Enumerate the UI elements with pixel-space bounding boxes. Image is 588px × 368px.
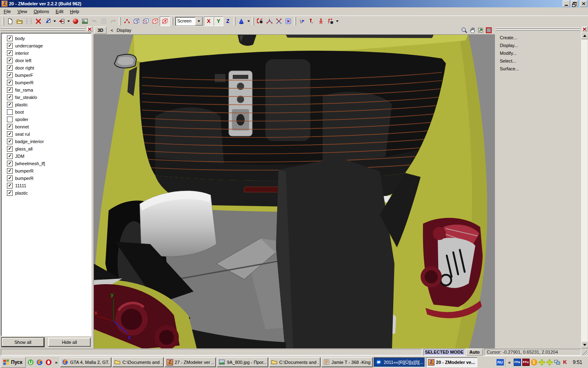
layer-label[interactable]: plastic xyxy=(15,191,28,195)
layer-label[interactable]: plastic xyxy=(15,102,28,107)
grid-snap-icon[interactable] xyxy=(283,17,293,26)
layer-label[interactable]: door right xyxy=(15,65,34,70)
pan-hand-icon[interactable] xyxy=(469,27,476,34)
layer-label[interactable]: interior xyxy=(15,51,29,56)
taskbar-task-winamp[interactable]: Jamie T - 368 -King... xyxy=(321,357,373,367)
redo-icon[interactable] xyxy=(108,17,118,26)
layer-label[interactable]: glass_all xyxy=(15,146,33,151)
layer-row[interactable]: badge_interior xyxy=(1,138,91,145)
layer-checkbox[interactable] xyxy=(7,161,13,166)
import-icon[interactable] xyxy=(43,17,52,26)
layer-row[interactable]: glass_all xyxy=(1,145,91,153)
start-button[interactable]: Пуск xyxy=(1,357,26,368)
commands-panel-close-button[interactable] xyxy=(582,27,587,32)
breadcrumb-back[interactable]: < xyxy=(111,28,113,33)
layer-checkbox[interactable] xyxy=(7,80,13,85)
axis-y-button[interactable]: Y xyxy=(214,16,223,26)
layer-label[interactable]: boot xyxy=(15,110,24,114)
new-file-icon[interactable] xyxy=(5,17,15,26)
delete-icon[interactable] xyxy=(33,17,43,26)
layer-label[interactable]: seat rul xyxy=(15,132,30,137)
background-scene-icon[interactable] xyxy=(80,17,89,26)
menu-modify[interactable]: Modify... xyxy=(497,50,579,58)
layer-row[interactable]: far_steaklo xyxy=(1,94,91,101)
menu-file[interactable]: File xyxy=(0,8,14,15)
3d-canvas[interactable]: y x z xyxy=(94,35,495,349)
layer-checkbox[interactable] xyxy=(7,94,13,100)
layer-label[interactable]: bumperR xyxy=(15,80,33,85)
taskbar-task-image-viewer[interactable]: 9A_800.jpg - Прог... xyxy=(217,357,268,367)
layer-checkbox[interactable] xyxy=(7,168,13,174)
edges-mode-icon[interactable] xyxy=(131,17,141,26)
layer-row[interactable]: 11111 xyxy=(1,182,91,189)
scroll-down-button[interactable] xyxy=(581,341,588,348)
toolbar-grip[interactable] xyxy=(294,17,296,25)
ff-red-tray-icon[interactable]: FFu xyxy=(522,359,530,366)
quick-launch-overflow[interactable]: » xyxy=(53,360,59,365)
layer-label[interactable]: JDM xyxy=(15,154,24,159)
toolbar-grip[interactable] xyxy=(171,17,173,25)
layer-row[interactable]: door right xyxy=(1,64,91,72)
layer-row[interactable]: bumperR xyxy=(1,79,91,86)
layer-label[interactable]: door left xyxy=(15,58,31,63)
export-menu-arrow[interactable] xyxy=(66,17,71,26)
opera-icon[interactable] xyxy=(45,358,53,366)
taskbar-task-messenger[interactable]: 2011««[R][Û][ş][İ][... xyxy=(374,357,425,367)
layer-checkbox[interactable] xyxy=(7,131,13,137)
break-vertices-icon[interactable] xyxy=(274,17,283,26)
layer-label[interactable]: bumperR xyxy=(15,176,33,181)
layer-row[interactable]: undercarriage xyxy=(1,42,91,49)
layer-checkbox[interactable] xyxy=(7,190,13,196)
zoom-tool-icon[interactable] xyxy=(461,27,468,34)
toolbar-grip[interactable] xyxy=(2,17,4,25)
undo-history-icon[interactable] xyxy=(99,17,108,26)
network-tray-icon[interactable] xyxy=(554,359,561,366)
menu-help[interactable]: Help xyxy=(67,8,82,15)
resize-grip[interactable] xyxy=(582,349,587,355)
layer-row[interactable]: plastic xyxy=(1,189,91,197)
layer-label[interactable]: [wheelmesh_lf] xyxy=(15,161,45,166)
taskbar-task-explorer1[interactable]: C:\Documents and ... xyxy=(112,357,164,367)
axis-x-button[interactable]: X xyxy=(204,16,214,26)
open-file-icon[interactable] xyxy=(15,17,24,26)
menu-edit[interactable]: Edit xyxy=(52,8,67,15)
language-indicator[interactable]: RU xyxy=(497,359,504,366)
layers-panel-close-button[interactable] xyxy=(87,27,92,32)
layer-label[interactable]: body xyxy=(15,36,25,41)
layer-row[interactable]: plastic xyxy=(1,101,91,108)
show-all-button[interactable]: Show all xyxy=(2,338,44,347)
toolbar-grip[interactable] xyxy=(119,17,121,25)
layer-checkbox[interactable] xyxy=(7,58,13,63)
menu-select[interactable]: Select... xyxy=(497,58,579,65)
modify-tool-icon[interactable] xyxy=(297,17,307,26)
firefox-icon[interactable] xyxy=(36,358,44,366)
menu-surface[interactable]: Surface... xyxy=(497,65,579,73)
weld-vertices-icon[interactable] xyxy=(265,17,274,26)
scroll-up-button[interactable] xyxy=(581,32,588,39)
taskbar-task-zmodeler20[interactable]: Z 20 - ZModeler ve... xyxy=(426,357,477,367)
bones-mode-icon[interactable] xyxy=(316,17,325,26)
layer-label[interactable]: undercarriage xyxy=(15,43,43,48)
layer-checkbox[interactable] xyxy=(7,183,13,188)
layer-row[interactable]: bumperR xyxy=(1,167,91,175)
layer-label[interactable]: bonnet xyxy=(15,124,29,129)
snap-magnet-icon[interactable] xyxy=(255,17,265,26)
layer-checkbox[interactable] xyxy=(7,102,13,108)
layer-row[interactable]: seat rul xyxy=(1,130,91,138)
vertices-mode-icon[interactable] xyxy=(122,17,131,26)
layer-checkbox[interactable] xyxy=(7,153,13,159)
export-icon[interactable] xyxy=(57,17,66,26)
hide-all-button[interactable]: Hide all xyxy=(48,338,91,347)
minimize-button[interactable] xyxy=(563,0,570,7)
toolbar-grip[interactable] xyxy=(252,17,254,25)
save-icon[interactable] xyxy=(24,17,33,26)
ff-blue-tray-icon[interactable]: FFa xyxy=(514,359,521,366)
layer-checkbox[interactable] xyxy=(7,65,13,71)
layer-row[interactable]: boot xyxy=(1,108,91,116)
menu-options[interactable]: Options xyxy=(30,8,52,15)
layer-label[interactable]: badge_interior xyxy=(15,139,44,144)
material-editor-icon[interactable] xyxy=(71,17,80,26)
layer-checkbox[interactable] xyxy=(7,124,13,130)
utorrent-icon[interactable] xyxy=(27,358,35,366)
layer-label[interactable]: 11111 xyxy=(15,183,26,188)
